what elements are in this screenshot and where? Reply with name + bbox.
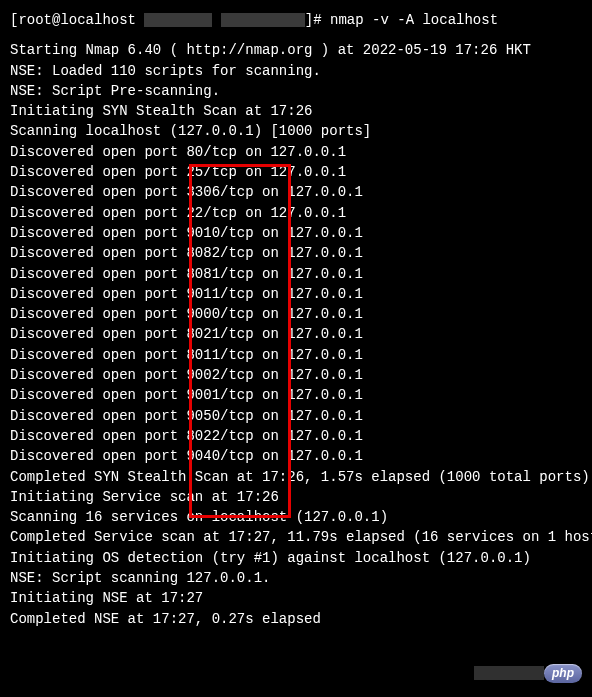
discovered-port-line: Discovered open port 22/tcp on 127.0.0.1: [10, 203, 582, 223]
output-line: Initiating NSE at 17:27: [10, 588, 582, 608]
output-line: Initiating SYN Stealth Scan at 17:26: [10, 101, 582, 121]
discovered-port-line: Discovered open port 80/tcp on 127.0.0.1: [10, 142, 582, 162]
watermark-area: php: [474, 664, 582, 683]
output-line: Initiating OS detection (try #1) against…: [10, 548, 582, 568]
php-badge: php: [544, 664, 582, 683]
discovered-port-line: Discovered open port 9040/tcp on 127.0.0…: [10, 446, 582, 466]
prompt-user-host: [root@localhost: [10, 12, 144, 28]
redacted-block: [144, 13, 212, 27]
discovered-ports-block: Discovered open port 80/tcp on 127.0.0.1…: [10, 142, 582, 467]
output-line: NSE: Script scanning 127.0.0.1.: [10, 568, 582, 588]
output-line: Completed Service scan at 17:27, 11.79s …: [10, 527, 582, 547]
redacted-block: [221, 13, 305, 27]
output-line: Scanning 16 services on localhost (127.0…: [10, 507, 582, 527]
output-tail-block: Completed SYN Stealth Scan at 17:26, 1.5…: [10, 467, 582, 629]
output-line: Starting Nmap 6.40 ( http://nmap.org ) a…: [10, 40, 582, 60]
discovered-port-line: Discovered open port 9010/tcp on 127.0.0…: [10, 223, 582, 243]
prompt-suffix: ]#: [305, 12, 330, 28]
discovered-port-line: Discovered open port 8011/tcp on 127.0.0…: [10, 345, 582, 365]
output-line: Completed SYN Stealth Scan at 17:26, 1.5…: [10, 467, 582, 487]
discovered-port-line: Discovered open port 8022/tcp on 127.0.0…: [10, 426, 582, 446]
command-text: nmap -v -A localhost: [330, 12, 498, 28]
watermark-redacted: [474, 666, 544, 680]
discovered-port-line: Discovered open port 8081/tcp on 127.0.0…: [10, 264, 582, 284]
discovered-port-line: Discovered open port 9002/tcp on 127.0.0…: [10, 365, 582, 385]
discovered-port-line: Discovered open port 9011/tcp on 127.0.0…: [10, 284, 582, 304]
discovered-port-line: Discovered open port 9050/tcp on 127.0.0…: [10, 406, 582, 426]
discovered-port-line: Discovered open port 9001/tcp on 127.0.0…: [10, 385, 582, 405]
spacer: [10, 30, 582, 40]
discovered-port-line: Discovered open port 3306/tcp on 127.0.0…: [10, 182, 582, 202]
output-line: NSE: Loaded 110 scripts for scanning.: [10, 61, 582, 81]
output-line: NSE: Script Pre-scanning.: [10, 81, 582, 101]
terminal-prompt: [root@localhost ]# nmap -v -A localhost: [10, 10, 582, 30]
discovered-port-line: Discovered open port 8082/tcp on 127.0.0…: [10, 243, 582, 263]
discovered-port-line: Discovered open port 8021/tcp on 127.0.0…: [10, 324, 582, 344]
output-line: Scanning localhost (127.0.0.1) [1000 por…: [10, 121, 582, 141]
output-line: Initiating Service scan at 17:26: [10, 487, 582, 507]
output-block: Starting Nmap 6.40 ( http://nmap.org ) a…: [10, 40, 582, 141]
discovered-port-line: Discovered open port 25/tcp on 127.0.0.1: [10, 162, 582, 182]
output-line: Completed NSE at 17:27, 0.27s elapsed: [10, 609, 582, 629]
discovered-port-line: Discovered open port 9000/tcp on 127.0.0…: [10, 304, 582, 324]
